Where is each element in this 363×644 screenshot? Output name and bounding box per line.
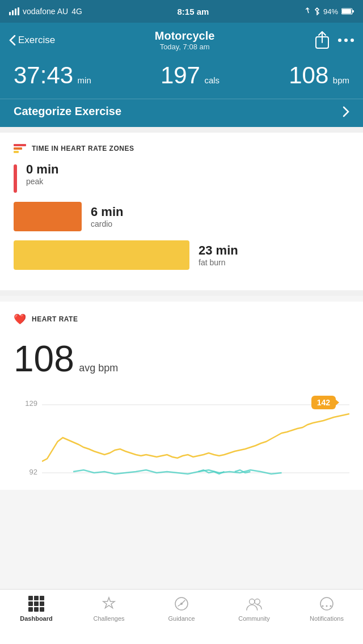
stat-calories: 197 cals	[161, 63, 220, 87]
tab-challenges[interactable]: Challenges	[73, 595, 145, 622]
cardio-bar-container	[14, 202, 82, 231]
svg-point-14	[320, 598, 333, 610]
dashboard-icon	[28, 595, 45, 612]
tab-bar: Dashboard Challenges Guidance	[0, 589, 363, 644]
peak-time: 0 min	[26, 162, 58, 177]
peak-zone-row: 0 min peak	[14, 162, 349, 193]
svg-rect-2	[15, 9, 16, 15]
tab-notifications-label: Notifications	[310, 615, 344, 622]
fatburn-zone-info: 23 min fat burn	[199, 243, 238, 267]
network-type: 4G	[71, 7, 82, 16]
tab-notifications[interactable]: Notifications	[290, 595, 363, 622]
stat-duration: 37:43 min	[14, 63, 91, 87]
header: Exercise Motorcycle Today, 7:08 am	[0, 23, 363, 59]
categorize-chevron-icon	[343, 106, 349, 117]
tab-guidance-label: Guidance	[168, 615, 195, 622]
hr-title: HEART RATE	[32, 315, 78, 323]
share-icon[interactable]	[314, 31, 330, 49]
cardio-bar	[14, 202, 82, 231]
bluetooth-icon	[314, 7, 320, 15]
svg-rect-5	[342, 9, 351, 14]
calories-unit: cals	[204, 75, 220, 85]
chart-label-low: 92	[14, 468, 42, 476]
zones-header: TIME IN HEART RATE ZONES	[14, 144, 349, 153]
tab-dashboard[interactable]: Dashboard	[0, 595, 73, 622]
hr-display: 108 avg bpm	[14, 334, 349, 388]
categorize-label: Categorize Exercise	[14, 105, 121, 118]
tab-guidance[interactable]: Guidance	[145, 595, 218, 622]
cardio-zone-row: 6 min cardio	[14, 202, 349, 231]
svg-point-12	[250, 599, 255, 604]
cardio-time: 6 min	[91, 205, 123, 219]
svg-point-13	[255, 599, 260, 604]
chart-area: 142	[42, 388, 349, 490]
chart-svg	[42, 388, 349, 490]
peak-zone-info: 0 min peak	[26, 162, 58, 186]
chart-container: 129 92 142	[14, 388, 349, 490]
hr-section: ❤️ HEART RATE 108 avg bpm 129 92	[0, 302, 363, 490]
location-icon	[304, 7, 311, 15]
fatburn-bar-container	[14, 240, 189, 270]
cardio-zone-info: 6 min cardio	[91, 205, 123, 228]
exercise-subtitle: Today, 7:08 am	[155, 43, 215, 51]
fatburn-bar	[14, 240, 189, 270]
battery-icon	[341, 8, 354, 15]
fatburn-label: fat burn	[199, 258, 238, 267]
peak-indicator	[14, 164, 17, 193]
svg-point-15	[322, 605, 324, 607]
svg-point-17	[330, 605, 332, 607]
carrier-label: vodafone AU	[23, 7, 68, 16]
challenges-icon	[100, 595, 117, 612]
exercise-title: Motorcycle	[155, 29, 215, 43]
zones-section: TIME IN HEART RATE ZONES 0 min peak 6 mi…	[0, 133, 363, 290]
tab-community-label: Community	[238, 615, 270, 622]
zones-title: TIME IN HEART RATE ZONES	[32, 145, 134, 152]
svg-rect-6	[352, 10, 354, 12]
status-right: 94%	[304, 7, 354, 16]
svg-rect-1	[12, 10, 14, 15]
back-label: Exercise	[18, 35, 55, 46]
header-title-block: Motorcycle Today, 7:08 am	[155, 29, 215, 51]
svg-rect-3	[18, 7, 19, 15]
guidance-icon	[173, 595, 190, 612]
chart-y-labels: 129 92	[14, 388, 42, 490]
heart-icon: ❤️	[14, 313, 26, 325]
categorize-section[interactable]: Categorize Exercise	[0, 99, 363, 127]
zones-icon	[14, 144, 26, 153]
more-icon[interactable]	[338, 39, 354, 42]
stat-heartrate: 108 bpm	[289, 63, 349, 87]
calories-value: 197	[161, 62, 200, 88]
tab-challenges-label: Challenges	[93, 615, 124, 622]
status-left: vodafone AU 4G	[9, 7, 82, 16]
fatburn-zone-row: 23 min fat burn	[14, 240, 349, 270]
stats-section: 37:43 min 197 cals 108 bpm	[0, 59, 363, 99]
notifications-icon	[318, 595, 335, 612]
hr-header: ❤️ HEART RATE	[14, 313, 349, 325]
back-chevron-icon	[9, 35, 16, 46]
heartrate-unit: bpm	[333, 75, 349, 85]
duration-unit: min	[78, 75, 91, 85]
signal-icon	[9, 7, 19, 15]
peak-label: peak	[26, 177, 58, 186]
community-icon	[246, 595, 263, 612]
status-bar: vodafone AU 4G 8:15 am 94%	[0, 0, 363, 23]
heartrate-value: 108	[289, 62, 328, 88]
divider-1	[0, 127, 363, 133]
fatburn-time: 23 min	[199, 243, 238, 258]
svg-point-16	[326, 605, 328, 607]
back-button[interactable]: Exercise	[9, 35, 55, 46]
battery-percent: 94%	[323, 7, 338, 16]
hr-avg-value: 108	[14, 338, 74, 379]
chart-label-high: 129	[14, 399, 42, 408]
header-actions	[314, 31, 354, 49]
svg-rect-0	[9, 12, 11, 15]
svg-point-11	[180, 603, 183, 605]
hr-avg-unit: avg bpm	[79, 362, 118, 374]
divider-2	[0, 290, 363, 296]
duration-value: 37:43	[14, 62, 73, 88]
tab-community[interactable]: Community	[218, 595, 290, 622]
cardio-label: cardio	[91, 219, 123, 228]
status-time: 8:15 am	[177, 7, 209, 16]
tab-dashboard-label: Dashboard	[20, 615, 52, 622]
grid-icon	[28, 596, 44, 612]
